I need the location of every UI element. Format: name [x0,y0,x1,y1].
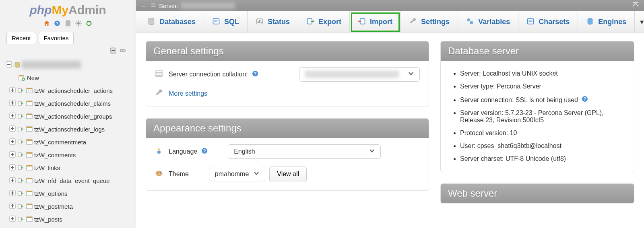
more-settings-link[interactable]: More settings [169,90,207,97]
svg-rect-74 [27,178,32,179]
variables-icon [466,17,474,27]
svg-rect-103 [261,22,262,23]
svg-rect-97 [213,18,219,24]
breadcrumb-bar: ← Server: ███████ [136,0,644,11]
tree-table-item[interactable]: tzW_comments [9,148,136,161]
browse-icon[interactable] [17,138,25,146]
tree-table-item[interactable]: tzW_posts [9,213,136,226]
plus-toggle-icon[interactable] [9,203,17,210]
svg-rect-102 [259,20,260,23]
plus-toggle-icon[interactable] [9,190,17,197]
plus-toggle-icon[interactable] [9,87,17,94]
list-item: Protocol version: 10 [460,127,625,140]
browse-icon[interactable] [17,113,25,120]
theme-select[interactable]: pmahomme [209,167,265,181]
svg-rect-86 [27,204,32,205]
collation-select[interactable]: ██████████ [299,67,420,82]
collapse-all-icon[interactable] [110,49,116,55]
tab-import[interactable]: Import [350,11,401,33]
language-select[interactable]: English [228,144,381,159]
tab-variables[interactable]: Variables [458,11,518,33]
panel-collapse-icon[interactable] [632,2,639,8]
database-server-panel: Database server Server: Localhost via UN… [440,41,634,172]
svg-text:?: ? [254,71,256,76]
svg-rect-68 [27,165,32,166]
svg-rect-92 [27,217,32,218]
tab-status[interactable]: Status [248,11,298,33]
minus-toggle-icon[interactable] [6,61,13,68]
tree-table-label: tzW_options [33,190,68,197]
tab-more[interactable]: ▼ M [635,11,644,33]
tree-root[interactable]: ████████████ [6,58,136,71]
list-item: Server connection: SSL is not being used… [460,93,625,107]
table-icon [25,151,33,158]
tab-export[interactable]: Export [298,11,350,33]
reload-icon[interactable] [85,19,93,27]
settings-gear-icon[interactable] [75,19,82,27]
logout-icon[interactable]: ? [54,19,61,27]
browse-icon[interactable] [17,203,25,210]
browse-icon[interactable] [17,100,25,107]
plus-toggle-icon[interactable] [9,125,17,133]
plus-toggle-icon[interactable] [9,113,17,120]
svg-rect-80 [27,191,32,192]
plus-toggle-icon[interactable] [9,164,17,171]
svg-rect-29 [27,88,32,89]
tree-table-label: tzW_actionscheduler_groups [33,113,112,120]
tab-databases[interactable]: Databases [139,11,204,33]
help-icon[interactable]: ? [252,70,258,78]
tree-table-item[interactable]: tzW_links [9,161,136,174]
table-icon [25,164,33,171]
docs-icon[interactable] [64,19,72,27]
view-all-button[interactable]: View all [269,166,307,182]
browse-icon[interactable] [17,87,25,94]
database-tree: ████████████ New tzW_actionscheduler_act… [0,58,136,226]
browse-icon[interactable] [17,164,25,171]
tree-table-item[interactable]: tzW_actionscheduler_actions [9,84,136,97]
home-icon[interactable] [43,19,50,27]
browse-icon[interactable] [17,151,25,158]
recent-button[interactable]: Recent [6,32,36,44]
help-icon[interactable]: ? [582,97,588,103]
tree-table-item[interactable]: tzW_options [9,187,136,200]
svg-rect-62 [27,152,32,154]
svg-line-9 [80,25,80,25]
tab-sql[interactable]: SQL [204,11,248,33]
tree-table-item[interactable]: tzW_nfd_data_event_queue [9,174,136,187]
sql-icon [212,17,220,27]
favorites-button[interactable]: Favorites [39,32,74,44]
browse-icon[interactable] [17,190,25,197]
help-icon[interactable]: ? [201,148,208,156]
svg-rect-84 [18,204,21,208]
plus-toggle-icon[interactable] [9,216,17,223]
tree-table-item[interactable]: tzW_actionscheduler_groups [9,110,136,123]
tab-settings[interactable]: Settings [401,11,458,33]
tree-table-item[interactable]: tzW_commentmeta [9,136,136,148]
plus-toggle-icon[interactable] [9,151,17,158]
svg-rect-48 [18,127,21,131]
server-name[interactable]: ███████ [181,2,235,9]
link-icon[interactable] [120,49,126,55]
tree-table-item[interactable]: tzW_actionscheduler_claims [9,97,136,110]
tree-table-item[interactable]: tzW_actionscheduler_logs [9,123,136,136]
theme-icon [155,169,165,179]
browse-icon[interactable] [17,216,25,223]
status-icon [256,17,264,27]
theme-value: pmahomme [215,170,249,178]
plus-toggle-icon[interactable] [9,138,17,146]
collapse-handle-icon[interactable]: ← [141,2,147,9]
panel-title: Web server [441,184,634,203]
phpmyadmin-logo[interactable]: phpMyAdmin [0,0,136,18]
new-table-icon [17,74,26,81]
plus-toggle-icon[interactable] [9,177,17,184]
tab-label: Variables [478,18,510,26]
tab-charsets[interactable]: Charsets [518,11,578,33]
tree-table-item[interactable]: tzW_postmeta [9,200,136,213]
browse-icon[interactable] [17,177,25,184]
tree-new-item[interactable]: New [9,71,136,84]
top-tabs: Databases SQL Status Export Import Setti… [136,11,644,33]
tab-engines[interactable]: Engines [578,11,635,33]
browse-icon[interactable] [17,125,25,133]
plus-toggle-icon[interactable] [9,100,17,107]
tree-table-label: tzW_commentmeta [33,139,86,146]
